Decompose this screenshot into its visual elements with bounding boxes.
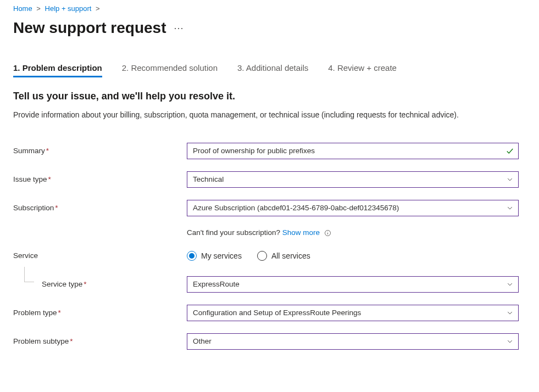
radio-all-services-label: All services bbox=[271, 251, 310, 260]
chevron-down-icon bbox=[506, 281, 514, 288]
breadcrumb-sep: > bbox=[36, 4, 41, 13]
summary-input[interactable] bbox=[187, 143, 519, 159]
label-problem-subtype: Problem subtype* bbox=[13, 337, 187, 345]
chevron-down-icon bbox=[506, 309, 514, 317]
label-issue-type: Issue type* bbox=[13, 175, 187, 183]
required-indicator: * bbox=[55, 204, 58, 212]
service-type-select[interactable]: ExpressRoute bbox=[187, 276, 519, 293]
problem-type-select[interactable]: Configuration and Setup of ExpressRoute … bbox=[187, 305, 519, 321]
tree-connector-icon bbox=[24, 267, 34, 282]
summary-input-field[interactable] bbox=[193, 147, 501, 155]
problem-subtype-value: Other bbox=[193, 337, 212, 345]
section-description: Provide information about your billing, … bbox=[13, 110, 524, 121]
issue-type-value: Technical bbox=[193, 175, 224, 183]
row-service: Service My services All services bbox=[13, 248, 526, 264]
breadcrumb-help-support[interactable]: Help + support bbox=[45, 4, 92, 13]
issue-type-select[interactable]: Technical bbox=[187, 171, 519, 188]
label-service-type: Service type* bbox=[13, 280, 187, 288]
service-type-value: ExpressRoute bbox=[193, 280, 240, 288]
info-icon[interactable] bbox=[324, 229, 331, 237]
wizard-tabs: 1. Problem description 2. Recommended so… bbox=[13, 63, 526, 77]
tab-recommended-solution[interactable]: 2. Recommended solution bbox=[122, 63, 218, 77]
label-service: Service bbox=[13, 251, 187, 260]
required-indicator: * bbox=[46, 147, 49, 155]
title-row: New support request ⋯ bbox=[13, 19, 526, 37]
label-problem-type: Problem type* bbox=[13, 309, 187, 317]
row-problem-type: Problem type* Configuration and Setup of… bbox=[13, 305, 526, 321]
chevron-down-icon bbox=[506, 204, 514, 212]
label-summary: Summary* bbox=[13, 147, 187, 155]
section-heading: Tell us your issue, and we'll help you r… bbox=[13, 91, 526, 102]
radio-circle bbox=[257, 251, 267, 261]
row-summary: Summary* bbox=[13, 143, 526, 159]
check-icon bbox=[506, 147, 514, 155]
required-indicator: * bbox=[58, 309, 61, 317]
required-indicator: * bbox=[70, 337, 73, 345]
radio-my-services[interactable]: My services bbox=[187, 251, 242, 261]
problem-type-value: Configuration and Setup of ExpressRoute … bbox=[193, 309, 361, 317]
breadcrumb: Home > Help + support > bbox=[13, 4, 526, 13]
chevron-down-icon bbox=[506, 176, 514, 183]
row-service-type: Service type* ExpressRoute bbox=[13, 276, 526, 293]
problem-subtype-select[interactable]: Other bbox=[187, 333, 519, 350]
breadcrumb-sep: > bbox=[96, 4, 100, 13]
row-subscription: Subscription* Azure Subscription (abcdef… bbox=[13, 200, 526, 216]
svg-point-2 bbox=[327, 231, 328, 232]
required-indicator: * bbox=[84, 280, 86, 288]
chevron-down-icon bbox=[506, 338, 514, 345]
radio-all-services[interactable]: All services bbox=[257, 251, 310, 261]
tab-additional-details[interactable]: 3. Additional details bbox=[237, 63, 308, 77]
breadcrumb-home[interactable]: Home bbox=[13, 4, 32, 13]
page-title: New support request bbox=[13, 19, 166, 37]
radio-my-services-label: My services bbox=[201, 251, 242, 260]
label-subscription: Subscription* bbox=[13, 204, 187, 212]
service-radio-group: My services All services bbox=[187, 251, 519, 261]
radio-circle-checked bbox=[187, 251, 197, 261]
subscription-value: Azure Subscription (abcdef01-2345-6789-0… bbox=[193, 204, 399, 212]
subscription-select[interactable]: Azure Subscription (abcdef01-2345-6789-0… bbox=[187, 200, 519, 216]
show-more-link[interactable]: Show more bbox=[282, 228, 320, 237]
tab-problem-description[interactable]: 1. Problem description bbox=[13, 63, 102, 77]
row-subscription-helper: Can't find your subscription? Show more bbox=[13, 228, 526, 237]
more-icon[interactable]: ⋯ bbox=[174, 22, 184, 34]
row-problem-subtype: Problem subtype* Other bbox=[13, 333, 526, 350]
required-indicator: * bbox=[48, 175, 51, 183]
subscription-helper-text: Can't find your subscription? Show more bbox=[187, 228, 331, 237]
row-issue-type: Issue type* Technical bbox=[13, 171, 526, 188]
tab-review-create[interactable]: 4. Review + create bbox=[328, 63, 397, 77]
